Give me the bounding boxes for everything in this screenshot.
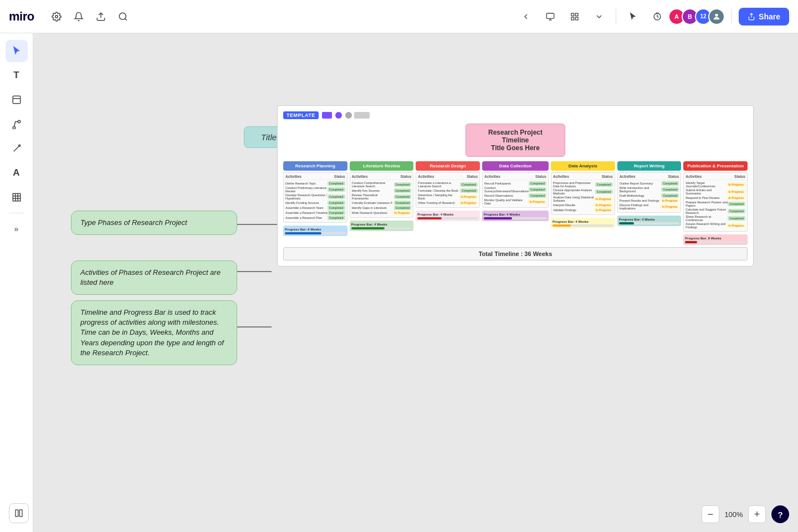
panel-toggle-button[interactable] [9,503,29,523]
search-button[interactable] [113,7,133,27]
shape-gray-circle [345,112,352,119]
timeline-callout: Timeline and Progress Bar is used to tra… [71,300,237,365]
phase-body-header-dc: ActivitiesStatus [484,175,546,180]
svg-rect-10 [571,17,574,20]
pen-tool-button[interactable] [6,137,28,160]
activity-row: Submit Articles and Summaries In Progres… [686,188,745,195]
app-logo: miro [9,9,34,24]
timeline-title-line2: Title Goes Here [475,144,556,152]
export-button[interactable] [91,7,111,27]
activity-row: Share Research at Conferences Completed [686,215,745,222]
progress-bar-publication: Progress Bar: 6 Weeks [683,234,748,245]
activity-row: Define Research Topic Completed [285,181,345,186]
shape-purple-rect [322,112,332,119]
timeline-title-box: Research Project Timeline Title Goes Her… [466,124,565,157]
timer-button[interactable] [647,7,667,27]
svg-rect-23 [16,510,18,516]
avatar-user [708,8,725,25]
toolbar-divider-2 [732,9,732,24]
activity-row: Critically Evaluate Literature II Comple… [352,201,412,205]
svg-rect-9 [575,17,578,20]
svg-line-3 [125,18,126,20]
progress-bar-research-planning: Progress Bar: 6 Weeks [283,226,347,236]
phase-col-publication: Publication & Presentation ActivitiesSta… [683,161,748,245]
activity-row: Present Results and Findings In Progress [620,198,679,203]
activity-row: Interpret Results In Progress [553,203,613,207]
phase-body-header-rw: ActivitiesStatus [620,175,679,180]
zoom-in-button[interactable]: + [748,505,766,523]
phase-header-data-analysis: Data Analysis [551,161,615,171]
phase-body-header-rp: ActivitiesStatus [285,175,345,180]
phase-col-report-writing: Report Writing ActivitiesStatus Outline … [617,161,682,245]
svg-point-2 [119,13,126,19]
activity-row: Other Funding of Research In Progress [418,201,478,205]
shape-dot-pair [345,112,370,119]
phase-body-header-lr: ActivitiesStatus [352,175,412,180]
activity-row: Prepare Research Posters and Papers Comp… [686,201,745,207]
connector-tool-button[interactable] [6,113,28,135]
activity-row: Conduct Preliminary Literature Review Co… [285,186,345,193]
phase-col-research-design: Research Design ActivitiesStatus Formula… [416,161,480,245]
more-tools-button[interactable]: » [6,218,28,240]
phases-callout-text: Type Phases of Research Project [80,218,187,227]
phase-body-header-da: ActivitiesStatus [553,175,613,180]
activity-row: Assemble a Research Plan Completed [285,216,345,220]
share-button[interactable]: Share [739,8,789,25]
shapes-tool-button[interactable]: A [6,162,28,184]
phases-callout: Type Phases of Research Project [71,211,237,235]
phase-header-literature-review: Literature Review [350,161,414,171]
notifications-button[interactable] [69,7,89,27]
phase-body-data-collection: ActivitiesStatus Recruit Participants Co… [482,172,549,208]
activity-row: Conduct Surveys/Interviews/Observations … [484,186,546,193]
phase-header-data-collection: Data Collection [482,161,549,171]
frame-tool-button[interactable] [6,186,28,208]
activity-row: Assemble a Research Team Completed [285,206,345,210]
phase-body-report-writing: ActivitiesStatus Outline Report Summary … [617,172,682,213]
sidebar-separator [9,213,24,213]
phase-col-literature-review: Literature Review ActivitiesStatus Condu… [350,161,414,245]
activity-row: Monitor Quality and Validate Data In Pro… [484,198,546,205]
activity-row: Respond to Peer Review In Progress [686,196,745,200]
total-timeline-bar: Total Timeline : 36 Weeks [283,247,748,260]
progress-bar-literature-review: Progress Bar: 4 Weeks [350,221,414,231]
svg-rect-18 [13,193,21,201]
phase-col-data-collection: Data Collection ActivitiesStatus Recruit… [482,161,549,245]
phase-body-header-rd: ActivitiesStatus [418,175,478,180]
activities-callout: Activities of Phases of Research Project… [71,260,237,295]
phase-header-research-planning: Research Planning [283,161,347,171]
help-button[interactable]: ? [771,505,789,523]
svg-rect-24 [19,510,22,516]
shape-gray-rect [354,112,370,119]
activity-row: Write Introduction and Background Comple… [620,186,679,193]
sticky-note-tool-button[interactable] [6,89,28,111]
collaborators-avatars: A B 12 [672,8,725,25]
bottom-left-controls [9,503,29,523]
activity-row: Identify Gaps in Literature Completed [352,206,412,210]
phase-col-data-analysis: Data Analysis ActivitiesStatus Preproces… [551,161,615,245]
select-tool-button[interactable] [6,40,28,62]
settings-button[interactable] [47,7,66,27]
phases-row: Research Planning ActivitiesStatus Defin… [283,161,748,245]
board-view-button[interactable] [565,7,585,27]
activity-row: Preprocess and Preprocess Data for Analy… [553,181,613,188]
activity-row: Draft Methodology Completed [620,193,679,198]
zoom-out-button[interactable]: − [702,505,719,523]
more-options-button[interactable] [589,7,609,27]
activity-row: Review Theoretical Frameworks Completed [352,193,412,200]
activity-row: Calculate and Suggest Future Research Co… [686,208,745,214]
text-tool-button[interactable]: T [6,64,28,86]
activity-row: Analyze Data Using Statistical Software … [553,196,613,202]
phase-header-report-writing: Report Writing [617,161,682,171]
toolbar-right: A B 12 Share [516,7,789,27]
present-button[interactable] [540,7,560,27]
activity-row: Discuss Findings and Implications In Pro… [620,203,679,210]
shape-purple-circle [335,112,342,119]
svg-rect-8 [575,13,578,16]
cursor-mode-button[interactable] [623,7,643,27]
toolbar-divider [616,9,616,24]
activity-row: Formulate / Develop the Book Completed [418,188,478,193]
canvas-area[interactable]: Title of Research Project goes here Type… [33,33,798,532]
back-button[interactable] [516,7,536,27]
phase-body-data-analysis: ActivitiesStatus Preprocess and Preproce… [551,172,615,215]
svg-point-13 [715,13,718,16]
